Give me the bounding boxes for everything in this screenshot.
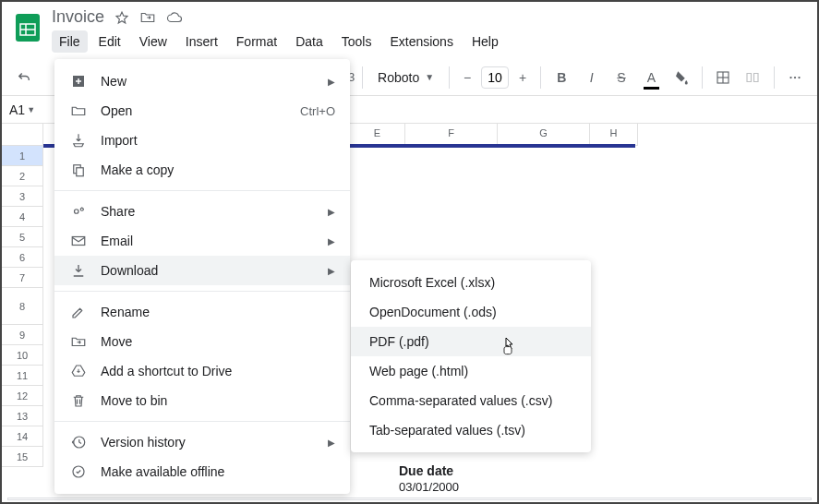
shortcut-label: Ctrl+O bbox=[300, 104, 335, 118]
folder-open-icon bbox=[69, 102, 88, 120]
separator bbox=[54, 421, 350, 422]
menu-insert[interactable]: Insert bbox=[178, 30, 225, 53]
file-version-history[interactable]: Version history ▶ bbox=[54, 427, 350, 457]
svg-point-7 bbox=[789, 76, 791, 78]
column-header[interactable]: G bbox=[498, 124, 590, 146]
row-header[interactable]: 2 bbox=[2, 166, 42, 186]
file-rename[interactable]: Rename bbox=[54, 297, 350, 327]
file-email[interactable]: Email ▶ bbox=[54, 226, 350, 256]
file-share[interactable]: Share ▶ bbox=[54, 197, 350, 226]
text-color-button[interactable]: A bbox=[638, 64, 664, 91]
increase-font-button[interactable]: + bbox=[512, 64, 533, 91]
download-csv[interactable]: Comma-separated values (.csv) bbox=[351, 386, 591, 415]
undo-button[interactable] bbox=[11, 64, 37, 91]
italic-button[interactable]: I bbox=[578, 64, 604, 91]
menu-help[interactable]: Help bbox=[464, 30, 506, 53]
bold-button[interactable]: B bbox=[548, 64, 574, 91]
divider bbox=[702, 66, 703, 89]
fill-color-button[interactable] bbox=[668, 64, 694, 91]
svg-point-14 bbox=[80, 208, 83, 210]
row-header[interactable]: 15 bbox=[2, 447, 42, 467]
submenu-arrow-icon: ▶ bbox=[328, 236, 335, 246]
doc-title[interactable]: Invoice bbox=[52, 7, 104, 27]
submenu-arrow-icon: ▶ bbox=[328, 438, 335, 448]
font-size-input[interactable] bbox=[481, 66, 509, 89]
download-xlsx[interactable]: Microsoft Excel (.xlsx) bbox=[351, 268, 591, 297]
cursor-icon bbox=[500, 336, 519, 358]
file-dropdown: New ▶ Open Ctrl+O Import Make a copy Sha… bbox=[54, 59, 350, 494]
name-box[interactable]: A1 ▼ bbox=[2, 102, 48, 117]
divider bbox=[449, 66, 450, 89]
column-header[interactable]: F bbox=[405, 124, 498, 146]
download-icon bbox=[69, 261, 88, 280]
menu-tools[interactable]: Tools bbox=[334, 30, 379, 53]
row-header[interactable]: 3 bbox=[2, 186, 42, 207]
column-header[interactable]: H bbox=[590, 124, 638, 146]
row-header[interactable]: 1 bbox=[2, 146, 42, 166]
due-date-value: 03/01/2000 bbox=[399, 480, 459, 494]
import-icon bbox=[69, 131, 88, 150]
font-select[interactable]: Roboto ▼ bbox=[370, 66, 441, 89]
menu-view[interactable]: View bbox=[132, 30, 175, 53]
due-date-block: Due date 03/01/2000 bbox=[399, 463, 459, 494]
submenu-arrow-icon: ▶ bbox=[328, 207, 335, 217]
file-add-shortcut[interactable]: Add a shortcut to Drive bbox=[54, 356, 350, 386]
svg-rect-12 bbox=[77, 168, 84, 176]
menu-format[interactable]: Format bbox=[229, 30, 284, 53]
separator bbox=[54, 291, 350, 292]
file-make-copy[interactable]: Make a copy bbox=[54, 155, 350, 185]
menu-file[interactable]: File bbox=[52, 30, 88, 53]
svg-point-9 bbox=[798, 76, 800, 78]
row-header[interactable]: 9 bbox=[2, 325, 42, 345]
file-move-to-bin[interactable]: Move to bin bbox=[54, 386, 350, 415]
file-offline[interactable]: Make available offline bbox=[54, 457, 350, 486]
cell-reference: A1 bbox=[9, 102, 25, 117]
sheets-logo-icon bbox=[11, 11, 44, 44]
download-ods[interactable]: OpenDocument (.ods) bbox=[351, 297, 591, 327]
separator bbox=[54, 190, 350, 191]
divider bbox=[540, 66, 541, 89]
row-header[interactable]: 13 bbox=[2, 406, 42, 426]
file-import[interactable]: Import bbox=[54, 126, 350, 155]
menu-edit[interactable]: Edit bbox=[91, 30, 128, 53]
decrease-font-button[interactable]: − bbox=[457, 64, 477, 91]
menu-data[interactable]: Data bbox=[288, 30, 331, 53]
strikethrough-button[interactable]: S bbox=[608, 64, 634, 91]
divider bbox=[774, 66, 775, 89]
row-headers: 12 34567 8 9101112131415 bbox=[2, 124, 43, 467]
chevron-down-icon: ▼ bbox=[425, 72, 434, 82]
new-sheet-icon bbox=[69, 72, 88, 90]
download-tsv[interactable]: Tab-separated values (.tsv) bbox=[351, 415, 591, 445]
download-html[interactable]: Web page (.html) bbox=[351, 356, 591, 386]
row-header[interactable]: 12 bbox=[2, 386, 42, 406]
row-header[interactable]: 14 bbox=[2, 426, 42, 447]
svg-point-13 bbox=[75, 210, 79, 214]
title-block: Invoice File Edit View Insert Format Dat… bbox=[52, 7, 808, 53]
more-toolbar-button[interactable] bbox=[782, 64, 808, 91]
row-header[interactable]: 7 bbox=[2, 268, 42, 288]
merge-cells-button[interactable] bbox=[740, 64, 765, 91]
star-icon[interactable] bbox=[114, 9, 130, 26]
download-pdf[interactable]: PDF (.pdf) bbox=[351, 327, 591, 356]
column-header[interactable]: E bbox=[350, 124, 405, 146]
move-icon bbox=[69, 332, 88, 351]
cloud-status-icon[interactable] bbox=[165, 9, 184, 26]
file-download[interactable]: Download ▶ bbox=[54, 256, 350, 285]
row-header[interactable]: 10 bbox=[2, 345, 42, 366]
download-submenu: Microsoft Excel (.xlsx) OpenDocument (.o… bbox=[351, 260, 591, 452]
menu-extensions[interactable]: Extensions bbox=[382, 30, 460, 53]
row-header[interactable]: 6 bbox=[2, 247, 42, 268]
file-open[interactable]: Open Ctrl+O bbox=[54, 96, 350, 126]
row-header[interactable]: 11 bbox=[2, 366, 42, 386]
row-header[interactable]: 4 bbox=[2, 207, 42, 227]
row-header[interactable]: 8 bbox=[2, 288, 42, 325]
file-new[interactable]: New ▶ bbox=[54, 66, 350, 96]
file-move[interactable]: Move bbox=[54, 327, 350, 356]
menu-bar: File Edit View Insert Format Data Tools … bbox=[52, 30, 808, 53]
move-folder-icon[interactable] bbox=[139, 9, 156, 26]
row-header[interactable]: 5 bbox=[2, 227, 42, 247]
chevron-down-icon: ▼ bbox=[27, 105, 35, 114]
svg-rect-15 bbox=[72, 237, 85, 246]
borders-button[interactable] bbox=[710, 64, 736, 91]
share-icon bbox=[69, 202, 88, 221]
